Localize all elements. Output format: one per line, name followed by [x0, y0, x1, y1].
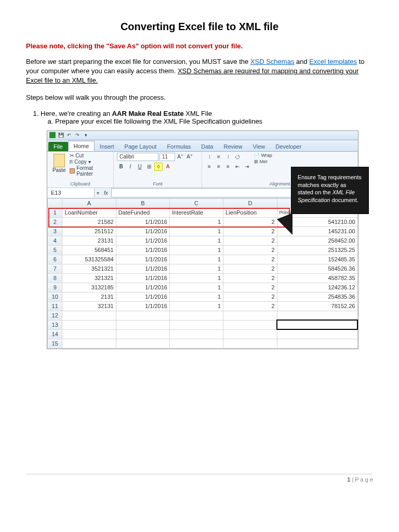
tab-view[interactable]: View: [248, 142, 271, 151]
cell[interactable]: 531325584: [62, 255, 116, 264]
cell[interactable]: 1/1/2016: [116, 227, 169, 236]
cell[interactable]: 1/1/2016: [116, 273, 169, 283]
font-name-combo[interactable]: Calibri: [117, 153, 158, 161]
cell[interactable]: 1/1/2016: [116, 283, 169, 292]
row-header[interactable]: 13: [48, 320, 62, 329]
cell[interactable]: 1/1/2016: [116, 301, 169, 311]
spreadsheet[interactable]: A B C D E 1 LoanNumber DateFunded Intere…: [47, 198, 358, 349]
cell[interactable]: 458782.35: [277, 273, 357, 283]
cell[interactable]: 3521321: [62, 264, 116, 273]
cell[interactable]: DateFunded: [116, 208, 169, 217]
col-header[interactable]: D: [223, 198, 277, 208]
row-header[interactable]: 7: [48, 264, 62, 273]
tab-page-layout[interactable]: Page Layout: [119, 142, 162, 151]
tab-insert[interactable]: Insert: [95, 142, 119, 151]
cell[interactable]: LienPosition: [223, 208, 277, 217]
cell[interactable]: 1: [169, 283, 223, 292]
border-button[interactable]: ⊞: [145, 163, 153, 171]
row-header[interactable]: 11: [48, 301, 62, 311]
col-header[interactable]: B: [116, 198, 169, 208]
align-right-icon[interactable]: ≡: [224, 163, 232, 171]
cell[interactable]: 1: [169, 292, 223, 301]
col-header[interactable]: A: [62, 198, 116, 208]
cell[interactable]: 2: [223, 227, 277, 236]
grow-font-icon[interactable]: A˄: [176, 153, 184, 161]
row-header[interactable]: 8: [48, 273, 62, 283]
align-left-icon[interactable]: ≡: [205, 163, 214, 171]
font-size-combo[interactable]: 11: [159, 153, 175, 161]
paste-button[interactable]: Paste: [50, 153, 68, 177]
cell[interactable]: 1/1/2016: [116, 236, 169, 245]
row-header[interactable]: 6: [48, 255, 62, 264]
cell[interactable]: [169, 320, 223, 329]
row-header[interactable]: 1: [48, 208, 62, 217]
select-all-corner[interactable]: [48, 198, 62, 208]
save-icon[interactable]: 💾: [58, 132, 64, 138]
cell[interactable]: [223, 311, 277, 320]
tab-data[interactable]: Data: [196, 142, 218, 151]
cell[interactable]: 2: [223, 245, 277, 255]
cell[interactable]: 1: [169, 273, 223, 283]
cell[interactable]: 78152.26: [277, 301, 357, 311]
row-header[interactable]: 9: [48, 283, 62, 292]
cell[interactable]: 2: [223, 292, 277, 301]
cell[interactable]: 1/1/2016: [116, 264, 169, 273]
align-center-icon[interactable]: ≡: [215, 163, 223, 171]
fill-color-button[interactable]: ◊: [154, 163, 163, 171]
merge-button[interactable]: ⊞ Mer: [254, 159, 272, 164]
cell[interactable]: 1: [169, 245, 223, 255]
cell[interactable]: 3132185: [62, 283, 116, 292]
cell[interactable]: 2: [223, 301, 277, 311]
align-middle-icon[interactable]: ≡: [215, 153, 223, 161]
italic-button[interactable]: I: [126, 163, 135, 171]
cell[interactable]: 2: [223, 283, 277, 292]
row-header[interactable]: 10: [48, 292, 62, 301]
name-box[interactable]: E13: [48, 188, 95, 197]
col-header[interactable]: C: [169, 198, 223, 208]
cell[interactable]: 1/1/2016: [116, 255, 169, 264]
cell[interactable]: [116, 329, 169, 339]
cell[interactable]: 568451: [62, 245, 116, 255]
cell[interactable]: 254835.36: [277, 292, 357, 301]
cell[interactable]: 1: [169, 255, 223, 264]
cell[interactable]: 1: [169, 264, 223, 273]
shrink-font-icon[interactable]: A˅: [185, 153, 194, 161]
cell[interactable]: 251512: [62, 227, 116, 236]
cell[interactable]: 584526.36: [277, 264, 357, 273]
tab-developer[interactable]: Developer: [270, 142, 307, 151]
row-header[interactable]: 14: [48, 329, 62, 339]
align-bottom-icon[interactable]: ⫶: [224, 153, 232, 161]
cell[interactable]: [277, 311, 357, 320]
align-top-icon[interactable]: ⫶: [205, 153, 214, 161]
cell[interactable]: 258452.00: [277, 236, 357, 245]
cell[interactable]: 21582: [62, 217, 116, 227]
cell[interactable]: 23131: [62, 236, 116, 245]
cell[interactable]: 2: [223, 236, 277, 245]
row-header[interactable]: 5: [48, 245, 62, 255]
indent-dec-icon[interactable]: ⇤: [233, 163, 242, 171]
cell[interactable]: 1/1/2016: [116, 217, 169, 227]
cell[interactable]: [169, 311, 223, 320]
row-header[interactable]: 2: [48, 217, 62, 227]
cell[interactable]: [116, 320, 169, 329]
cut-button[interactable]: ✂Cut: [70, 153, 110, 158]
row-header[interactable]: 15: [48, 339, 62, 348]
xsd-schemas-link[interactable]: XSD Schemas: [250, 58, 295, 65]
cell[interactable]: [62, 320, 116, 329]
tab-file[interactable]: File: [48, 142, 68, 151]
cell[interactable]: [62, 329, 116, 339]
cell[interactable]: 251325.25: [277, 245, 357, 255]
tab-review[interactable]: Review: [218, 142, 247, 151]
cell[interactable]: 2: [223, 273, 277, 283]
cell[interactable]: 1/1/2016: [116, 292, 169, 301]
cell[interactable]: [277, 329, 357, 339]
cell[interactable]: 1: [169, 301, 223, 311]
cell[interactable]: 1: [169, 227, 223, 236]
tab-formulas[interactable]: Formulas: [162, 142, 196, 151]
cell[interactable]: [223, 339, 277, 348]
cell[interactable]: [223, 329, 277, 339]
undo-icon[interactable]: ↶: [66, 132, 72, 138]
cell[interactable]: 2: [223, 217, 277, 227]
format-painter-button[interactable]: Format Painter: [70, 165, 110, 177]
cell[interactable]: 2: [223, 255, 277, 264]
